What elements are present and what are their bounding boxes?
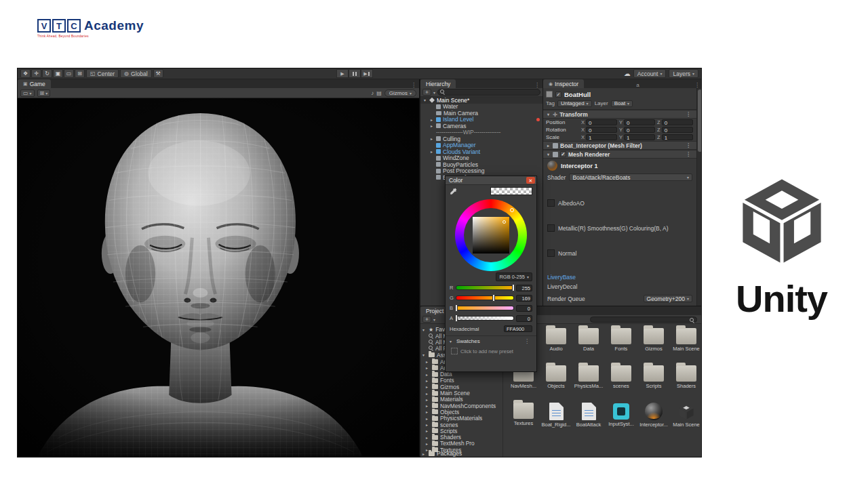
hierarchy-item[interactable]: AppManager	[420, 142, 542, 149]
folder-item[interactable]: ▸NavMeshComponents	[420, 403, 502, 409]
hierarchy-item[interactable]: Post Processing	[420, 168, 542, 175]
folder-item[interactable]: ▸PhysicsMaterials	[420, 415, 502, 422]
foldout-closed-icon[interactable]: ▸	[422, 451, 427, 456]
asset-item[interactable]: PhysicsMa...	[572, 363, 605, 400]
pivot-center-button[interactable]: ◱ Center	[86, 69, 119, 78]
foldout-closed-icon[interactable]: ▸	[426, 435, 430, 440]
asset-item[interactable]: BoatAttack	[572, 400, 605, 437]
hierarchy-item[interactable]: Water	[420, 104, 542, 110]
layer-dropdown[interactable]: Boat ▾	[611, 100, 633, 107]
folder-item[interactable]: ▸Objects	[420, 409, 502, 415]
pan-tool-button[interactable]: ❖	[20, 69, 31, 78]
foldout-icon[interactable]: ▸	[429, 149, 434, 154]
transform-tool-button[interactable]: ⊞	[75, 69, 85, 78]
inspector-scrollbar[interactable]	[696, 88, 702, 306]
gizmos-dropdown[interactable]: Gizmos ▾	[384, 89, 416, 97]
asset-item[interactable]: Objects	[540, 363, 572, 400]
g-slider[interactable]	[456, 296, 514, 300]
stats-icon[interactable]: ▤	[376, 90, 382, 96]
folder-item[interactable]: ▸Scripts	[420, 428, 502, 434]
foldout-closed-icon[interactable]: ▸	[426, 378, 430, 383]
hierarchy-search-input[interactable]	[437, 89, 540, 96]
texture-slot[interactable]	[547, 199, 555, 207]
axis-field[interactable]: 1	[624, 134, 655, 140]
hexadecimal-field[interactable]: FFA900	[504, 325, 532, 332]
foldout-closed-icon[interactable]: ▸	[426, 422, 430, 427]
hierarchy-scene-header[interactable]: ▾Main Scene*	[420, 97, 542, 104]
component-menu-icon[interactable]: ⋮	[683, 151, 694, 157]
eyedropper-icon[interactable]	[450, 188, 457, 195]
layers-dropdown[interactable]: Layers ▾	[669, 69, 698, 78]
asset-item[interactable]: Data	[572, 325, 605, 363]
hierarchy-item[interactable]: ▸Cameras	[420, 123, 542, 129]
folder-item[interactable]: ▸Shaders	[420, 434, 502, 440]
folder-item[interactable]: ▸scenes	[420, 422, 502, 428]
component-menu-icon[interactable]: ⋮	[683, 142, 694, 148]
rect-tool-button[interactable]: ▭	[64, 69, 74, 78]
folder-item[interactable]: ▸Main Scene	[420, 390, 502, 396]
create-button[interactable]: ＋	[422, 89, 431, 96]
texture-slot[interactable]	[547, 249, 555, 257]
b-slider[interactable]	[456, 306, 514, 310]
slider-thumb[interactable]	[455, 304, 458, 312]
livery-base-property[interactable]: LiveryBase	[543, 273, 696, 281]
asset-item[interactable]: Interceptor...	[637, 400, 670, 437]
color-picker-titlebar[interactable]: Color ✕	[446, 176, 536, 185]
add-preset-slot[interactable]	[451, 348, 458, 354]
render-queue-dropdown[interactable]: Geometry+200 ▾	[644, 295, 692, 302]
foldout-open-icon[interactable]: ▾	[450, 339, 454, 344]
foldout-closed-icon[interactable]: ▸	[426, 391, 430, 396]
mesh-renderer-header[interactable]: ▾ ✓ Mesh Renderer ⋮	[543, 150, 696, 159]
channel-value-field[interactable]: 169	[516, 295, 532, 302]
texture-slot[interactable]	[547, 224, 555, 232]
swatches-menu-icon[interactable]: ⋮	[521, 338, 532, 344]
foldout-icon[interactable]: ▾	[422, 98, 427, 102]
foldout-closed-icon[interactable]: ▸	[426, 441, 430, 446]
foldout-closed-icon[interactable]: ▸	[426, 409, 430, 414]
hierarchy-item[interactable]: WindZone	[420, 155, 542, 162]
axis-field[interactable]: 1	[662, 134, 693, 140]
asset-item[interactable]: Boat_Rigid...	[540, 400, 572, 437]
saturation-value-box[interactable]	[473, 217, 509, 253]
hierarchy-item[interactable]: ▸Clouds Variant	[420, 148, 542, 155]
move-tool-button[interactable]: ✛	[31, 69, 41, 78]
foldout-closed-icon[interactable]: ▸	[546, 143, 551, 148]
color-mode-dropdown[interactable]: RGB 0-255 ▾	[496, 272, 532, 281]
foldout-open-icon[interactable]: ▾	[546, 112, 551, 117]
asset-item[interactable]: Scripts	[637, 363, 670, 400]
account-dropdown[interactable]: Account ▾	[633, 69, 667, 78]
hierarchy-item[interactable]: --------------WIP--------------	[420, 129, 542, 136]
hierarchy-item[interactable]: BuoyParticles	[420, 161, 542, 168]
swatches-section-header[interactable]: ▾ Swatches ⋮	[446, 336, 536, 346]
step-button[interactable]: ▶	[361, 69, 373, 78]
axis-field[interactable]: 0	[662, 127, 693, 133]
asset-item[interactable]: InputSyst...	[605, 400, 637, 437]
panel-menu-icon[interactable]: ⋮	[408, 82, 419, 88]
game-viewport[interactable]	[18, 98, 419, 458]
foldout-closed-icon[interactable]: ▸	[426, 403, 430, 408]
slider-thumb[interactable]	[512, 284, 515, 291]
add-preset-row[interactable]: Click to add new preset	[446, 346, 536, 356]
foldout-open-icon[interactable]: ▾	[422, 327, 427, 332]
asset-item[interactable]: Main Scene	[670, 325, 702, 363]
hierarchy-item[interactable]: ▸Culling	[420, 136, 542, 142]
folder-item[interactable]: ▸Fonts	[420, 378, 502, 384]
hue-indicator[interactable]	[510, 208, 514, 212]
display-dropdown[interactable]: ▭▾	[20, 89, 35, 97]
a-slider[interactable]	[456, 316, 514, 321]
folder-item[interactable]: ▸Materials	[420, 396, 502, 403]
mesh-filter-header[interactable]: ▸ Boat_Interceptor (Mesh Filter) ⋮	[543, 141, 696, 150]
sv-indicator[interactable]	[502, 220, 506, 224]
asset-item[interactable]: scenes	[605, 363, 637, 400]
foldout-icon[interactable]: ▸	[429, 117, 434, 122]
slider-thumb[interactable]	[492, 294, 495, 302]
asset-item[interactable]: Main Scene	[670, 400, 702, 437]
aspect-dropdown[interactable]: ⊞▾	[37, 89, 51, 97]
axis-field[interactable]: 1	[586, 134, 617, 140]
active-checkbox[interactable]: ✓	[555, 92, 561, 98]
asset-item[interactable]: Shaders	[670, 363, 702, 400]
foldout-closed-icon[interactable]: ▸	[426, 416, 430, 421]
close-icon[interactable]: ✕	[526, 177, 535, 184]
channel-value-field[interactable]: 0	[516, 315, 532, 322]
foldout-closed-icon[interactable]: ▸	[426, 428, 430, 433]
